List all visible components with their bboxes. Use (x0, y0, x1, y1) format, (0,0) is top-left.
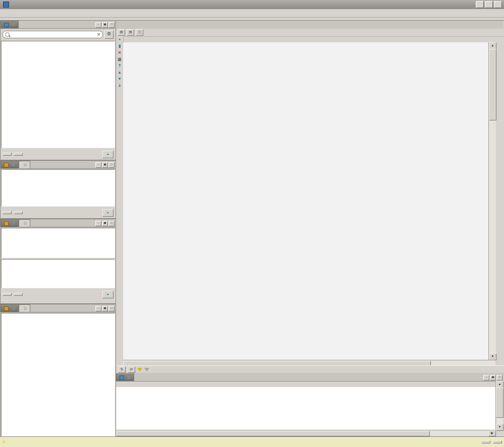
messages-icon (120, 375, 124, 380)
system-contents-table[interactable] (123, 42, 488, 360)
messages-table[interactable] (116, 387, 495, 430)
filter-icon[interactable]: ▥ (117, 57, 123, 62)
app-icon (3, 2, 9, 8)
generate-hdl-button[interactable] (481, 440, 490, 443)
new-button[interactable] (3, 293, 12, 296)
panel-minimize-icon[interactable]: – (95, 162, 101, 168)
catalog-settings-button[interactable]: ⚙ (104, 30, 114, 39)
tab-hierarchy[interactable]: ☒ (1, 304, 19, 312)
panel-maximize-icon[interactable]: □ (108, 306, 115, 311)
ip-catalog-buttons: + (1, 149, 116, 160)
new-button[interactable] (3, 211, 12, 214)
edit-button[interactable] (14, 153, 23, 156)
add-button[interactable]: + (102, 209, 114, 217)
add-button[interactable]: + (102, 151, 114, 158)
collapse-messages-icon[interactable]: ⇅ (118, 366, 126, 373)
hierarchy-detail-box (1, 259, 115, 288)
messages-tabbar: ☒ –▣□ (116, 373, 503, 381)
system-contents-tabbar (116, 21, 503, 29)
expand-messages-icon[interactable]: ⇄ (128, 366, 135, 373)
hierarchy-tree[interactable] (1, 169, 115, 207)
clear-search-icon[interactable]: ✕ (97, 32, 100, 37)
panel-minimize-icon[interactable]: – (95, 221, 101, 226)
hierarchy-panel-3: ☒ ☒ –▣□ (0, 304, 116, 437)
edit-component-icon[interactable]: ▮ (117, 44, 123, 49)
panel-maximize-icon[interactable]: □ (108, 22, 115, 28)
panel-float-icon[interactable]: ▣ (102, 22, 108, 28)
clear-filter-icon[interactable] (144, 368, 149, 371)
panel-minimize-icon[interactable]: – (483, 375, 489, 380)
panel-float-icon[interactable]: ▣ (102, 221, 108, 226)
ip-catalog-icon (4, 23, 9, 27)
move-top-icon[interactable]: ⇡ (117, 63, 123, 69)
ip-catalog-tabbar: ☒ – ▣ □ (1, 21, 116, 29)
tab-device-family[interactable]: ☒ (19, 304, 31, 312)
panel-maximize-icon[interactable]: □ (108, 221, 115, 226)
add-button[interactable]: + (102, 291, 114, 298)
scroll-up-icon[interactable]: ▲ (496, 381, 503, 388)
hierarchy-icon (4, 221, 9, 226)
scroll-thumb[interactable] (489, 49, 496, 120)
scroll-up-icon[interactable]: ▲ (489, 42, 496, 49)
status-bar: ⚠ (0, 436, 504, 447)
panel-float-icon[interactable]: ▣ (102, 306, 108, 311)
component-toolbar: + ▮ ✕ ▥ ⇡ ▲ ▼ ⇣ (116, 36, 124, 366)
search-box[interactable]: ✕ (3, 31, 103, 38)
finish-button[interactable] (493, 440, 502, 443)
platform-designer-window: ☒ – ▣ □ ✕ ⚙ + ☒ ☒ –▣□ (0, 0, 504, 447)
hierarchy-panel-2: ☒ ☒ –▣□ + (0, 219, 116, 304)
editor-area: ▤ ▤ ◫ + ▮ ✕ ▥ ⇡ ▲ ▼ ⇣ ▲ ▼ (116, 20, 504, 437)
tab-hierarchy[interactable]: ☒ (1, 219, 19, 227)
messages-hscrollbar[interactable]: ▶ (116, 430, 495, 436)
scroll-down-icon[interactable]: ▼ (489, 353, 496, 360)
close-button[interactable] (494, 1, 502, 8)
panel-maximize-icon[interactable]: □ (108, 162, 115, 168)
move-up-icon[interactable]: ▲ (117, 70, 123, 75)
table-vscrollbar[interactable]: ▲ ▼ (488, 42, 496, 360)
move-down-icon[interactable]: ▼ (117, 77, 123, 82)
remove-component-icon[interactable]: ✕ (117, 50, 123, 55)
hierarchy-panel-1: ☒ ☒ –▣□ + (0, 160, 116, 219)
hierarchy-tree[interactable] (1, 228, 115, 258)
panel-minimize-icon[interactable]: – (95, 306, 101, 311)
move-up-button[interactable]: ▤ (118, 29, 125, 36)
tab-ip-catalog[interactable]: ☒ (1, 21, 19, 28)
edit-button[interactable] (14, 293, 23, 296)
add-component-icon[interactable]: + (117, 37, 123, 42)
tab-messages[interactable]: ☒ (116, 373, 134, 381)
system-contents-toolbar: ▤ ▤ ◫ (116, 29, 504, 37)
maximize-button[interactable] (485, 1, 493, 8)
scroll-thumb[interactable] (496, 388, 503, 418)
move-down-button[interactable]: ▤ (127, 29, 134, 36)
scroll-thumb[interactable] (116, 431, 430, 436)
edit-button[interactable] (14, 211, 23, 214)
scroll-right-icon[interactable]: ▶ (488, 430, 496, 436)
scroll-down-icon[interactable]: ▼ (496, 424, 503, 431)
menu-bar (0, 9, 504, 18)
hierarchy-icon (4, 163, 9, 167)
export-view-button[interactable]: ◫ (136, 29, 143, 36)
ip-catalog-search-row: ✕ ⚙ (1, 29, 116, 40)
tab-device-family[interactable]: ☒ (19, 219, 31, 227)
minimize-button[interactable] (476, 1, 484, 8)
panel-float-icon[interactable]: ▣ (490, 375, 496, 380)
warning-icon: ⚠ (2, 440, 6, 444)
hierarchy-tree[interactable] (1, 313, 115, 436)
panel-maximize-icon[interactable]: □ (496, 375, 502, 380)
messages-vscrollbar[interactable]: ▲ ▼ (495, 381, 503, 430)
panel-minimize-icon[interactable]: – (95, 22, 101, 28)
search-icon (5, 32, 10, 37)
new-button[interactable] (3, 153, 12, 156)
ip-catalog-panel: ☒ – ▣ □ ✕ ⚙ + (0, 20, 116, 160)
title-bar (0, 0, 504, 9)
ip-catalog-tree[interactable] (1, 41, 115, 148)
tab-hierarchy[interactable]: ☒ (1, 161, 19, 168)
hierarchy-icon (4, 306, 9, 311)
move-bottom-icon[interactable]: ⇣ (117, 83, 123, 88)
search-input[interactable] (11, 32, 95, 37)
panel-float-icon[interactable]: ▣ (102, 162, 108, 168)
tab-device-family[interactable]: ☒ (19, 161, 31, 168)
filter-funnel-icon[interactable] (137, 368, 142, 371)
